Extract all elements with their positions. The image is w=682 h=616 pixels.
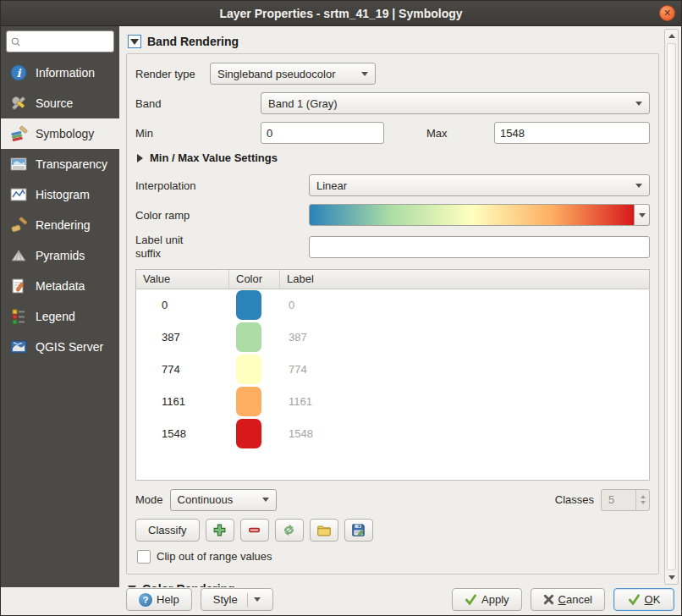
symbology-icon: [9, 124, 28, 143]
sidebar: i Information Source Symbology: [1, 26, 119, 587]
band-select[interactable]: Band 1 (Gray): [261, 92, 650, 114]
chevron-down-icon: [254, 597, 261, 602]
sidebar-item-label: Metadata: [36, 279, 85, 293]
table-row[interactable]: 1548 1548: [136, 418, 649, 450]
pyramids-icon: [9, 246, 28, 265]
close-icon[interactable]: ✕: [659, 5, 675, 21]
table-row[interactable]: 387 387: [136, 322, 649, 354]
classes-spinner[interactable]: 5: [601, 489, 650, 511]
chevron-down-icon: [635, 102, 642, 106]
table-header: Value Color Label: [136, 270, 649, 289]
check-icon: [465, 593, 477, 606]
sidebar-item-rendering[interactable]: Rendering: [1, 210, 119, 240]
band-rendering-group: Render type Singleband pseudocolor Band …: [126, 53, 659, 575]
sidebar-item-label: QGIS Server: [36, 340, 103, 354]
mode-select[interactable]: Continuous: [170, 489, 277, 511]
clip-out-of-range-checkbox[interactable]: [137, 550, 151, 564]
sidebar-item-information[interactable]: i Information: [1, 58, 119, 88]
color-swatch[interactable]: [236, 355, 261, 384]
titlebar[interactable]: Layer Properties - srtm_41_19 | Symbolog…: [1, 1, 681, 26]
color-rendering-header[interactable]: Color Rendering: [128, 582, 659, 588]
refresh-icon: [282, 523, 296, 537]
interpolation-select[interactable]: Linear: [309, 174, 650, 196]
help-button[interactable]: ? Help: [126, 588, 192, 611]
classes-label: Classes: [555, 493, 594, 506]
window-title: Layer Properties - srtm_41_19 | Symbolog…: [219, 7, 462, 20]
color-swatch[interactable]: [236, 387, 261, 416]
style-menu-button[interactable]: Style: [201, 588, 273, 611]
mode-label: Mode: [135, 493, 163, 506]
sidebar-item-symbology[interactable]: Symbology: [1, 118, 119, 149]
band-rendering-header[interactable]: Band Rendering: [128, 35, 659, 48]
min-input[interactable]: [261, 122, 384, 144]
collapse-toggle-icon[interactable]: [128, 35, 141, 48]
search-box[interactable]: [6, 30, 114, 52]
interpolation-label: Interpolation: [135, 179, 309, 192]
info-icon: i: [9, 63, 28, 82]
close-x-icon: [543, 594, 554, 605]
search-input[interactable]: [24, 36, 109, 47]
apply-button[interactable]: Apply: [452, 588, 522, 611]
max-input[interactable]: [494, 122, 650, 144]
sidebar-item-metadata[interactable]: Metadata: [1, 271, 119, 301]
load-from-file-button[interactable]: [310, 519, 338, 542]
ok-button[interactable]: OK: [613, 588, 674, 611]
scroll-up-icon[interactable]: [665, 30, 678, 42]
histogram-icon: [9, 185, 28, 204]
color-ramp-label: Color ramp: [135, 209, 309, 222]
search-icon: [11, 36, 20, 47]
sidebar-item-label: Transparency: [36, 157, 107, 171]
save-to-file-button[interactable]: [344, 519, 373, 542]
sidebar-item-legend[interactable]: Legend: [1, 301, 119, 332]
color-swatch[interactable]: [236, 419, 261, 448]
chevron-down-icon: [635, 184, 642, 188]
color-swatch[interactable]: [236, 290, 261, 320]
column-header-label[interactable]: Label: [280, 270, 649, 289]
sidebar-item-label: Symbology: [36, 127, 94, 140]
help-icon: ?: [139, 593, 152, 607]
minmax-settings-header[interactable]: Min / Max Value Settings: [137, 151, 650, 164]
max-label: Max: [426, 127, 494, 140]
label-unit-suffix-input[interactable]: [309, 236, 650, 258]
band-label: Band: [135, 97, 261, 110]
sidebar-item-label: Pyramids: [36, 249, 85, 262]
section-title: Band Rendering: [147, 35, 239, 48]
folder-icon: [316, 523, 332, 537]
spinner-arrows-icon[interactable]: [635, 490, 649, 510]
color-ramp-preview[interactable]: [309, 204, 635, 226]
sidebar-item-histogram[interactable]: Histogram: [1, 179, 119, 210]
color-swatch[interactable]: [236, 322, 261, 352]
sidebar-item-label: Histogram: [36, 188, 90, 201]
sidebar-item-source[interactable]: Source: [1, 88, 119, 118]
layer-properties-dialog: Layer Properties - srtm_41_19 | Symbolog…: [0, 0, 682, 616]
column-header-color[interactable]: Color: [229, 270, 280, 289]
cancel-button[interactable]: Cancel: [531, 588, 605, 611]
sidebar-item-qgis-server[interactable]: QGIS Server: [1, 332, 119, 362]
sidebar-item-transparency[interactable]: Transparency: [1, 149, 119, 179]
dialog-button-box: ? Help Style Apply Cancel OK: [1, 587, 681, 615]
vertical-scrollbar[interactable]: [664, 29, 679, 585]
render-type-label: Render type: [135, 68, 210, 80]
color-ramp-dropdown[interactable]: [635, 204, 650, 226]
color-map-table[interactable]: Value Color Label 0 0 387 387: [135, 269, 650, 481]
chevron-down-icon: [361, 72, 368, 76]
scrollbar-thumb[interactable]: [667, 43, 676, 570]
render-type-select[interactable]: Singleband pseudocolor: [210, 63, 376, 85]
legend-icon: [9, 307, 28, 326]
chevron-down-icon: [639, 213, 646, 217]
load-colormap-button[interactable]: [275, 519, 304, 542]
sidebar-item-label: Legend: [36, 310, 75, 323]
table-row[interactable]: 1161 1161: [136, 386, 649, 418]
table-row[interactable]: 774 774: [136, 354, 649, 386]
sidebar-item-pyramids[interactable]: Pyramids: [1, 240, 119, 271]
scroll-down-icon[interactable]: [665, 571, 678, 584]
column-header-value[interactable]: Value: [136, 270, 229, 289]
table-row[interactable]: 0 0: [136, 289, 649, 322]
collapse-toggle-icon: [128, 586, 136, 587]
symbology-panel: Band Rendering Render type Singleband ps…: [119, 26, 681, 587]
add-value-button[interactable]: [206, 519, 234, 542]
minus-icon: [247, 523, 261, 537]
classify-button[interactable]: Classify: [135, 519, 200, 542]
remove-value-button[interactable]: [240, 519, 269, 542]
plus-icon: [212, 523, 227, 537]
